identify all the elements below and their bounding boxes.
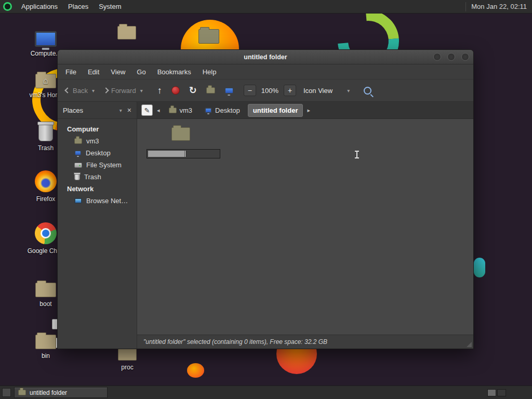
desktop-folder-icon[interactable] [198, 29, 219, 44]
sidebar-item-label: Trash [84, 173, 101, 181]
up-button[interactable]: ↑ [154, 83, 166, 98]
desktop-icon-label: proc [121, 364, 133, 371]
menu-bookmarks[interactable]: Bookmarks [152, 64, 197, 79]
firefox-icon [35, 170, 57, 192]
window-title: untitled folder [244, 54, 287, 61]
folder-icon [35, 335, 56, 349]
top-panel: Applications Places System Mon Jan 22, 0… [0, 0, 532, 14]
sidebar-item-network[interactable]: Network [58, 183, 137, 195]
forward-dropdown-icon[interactable]: ▾ [140, 88, 143, 94]
zoom-out-button[interactable]: − [244, 85, 256, 96]
workspace-switcher [487, 389, 506, 396]
breadcrumb-untitled-folder[interactable]: untitled folder [248, 104, 303, 117]
folder-icon [198, 29, 219, 44]
trash-icon [74, 174, 80, 180]
menu-go[interactable]: Go [131, 64, 151, 79]
sidebar-item-label: Computer [67, 125, 99, 133]
sidebar-item-trash[interactable]: Trash [58, 171, 137, 183]
mouse-ibeam-cursor [354, 150, 360, 159]
workspace-2[interactable] [497, 389, 506, 396]
bottom-taskbar: untitled folder [0, 385, 532, 399]
back-button[interactable]: Back ▾ [62, 84, 98, 97]
up-icon: ↑ [157, 86, 162, 95]
sidebar-item-browse-network[interactable]: Browse Net… [58, 195, 137, 207]
home-folder-icon [206, 87, 215, 94]
breadcrumb-scroll-right-icon[interactable]: ▸ [306, 107, 311, 114]
clock[interactable]: Mon Jan 22, 02:11 [471, 3, 532, 10]
menu-view[interactable]: View [105, 64, 131, 79]
search-icon [364, 87, 371, 95]
reload-button[interactable]: ↻ [185, 83, 201, 98]
show-desktop-button[interactable] [2, 388, 11, 397]
file-manager-window: untitled folder File Edit View Go Bookma… [57, 49, 474, 349]
desktop-folder-icon[interactable] [117, 26, 136, 39]
view-mode-select[interactable]: Icon View ▾ [298, 84, 355, 97]
toolbar: Back ▾ Forward ▾ ↑ ↻ − [58, 79, 473, 102]
chrome-icon [35, 222, 57, 244]
folder-icon [74, 138, 82, 144]
sidebar-item-label: File System [86, 161, 122, 169]
status-bar: "untitled folder" selected (containing 0… [137, 335, 473, 349]
rename-input[interactable] [147, 149, 220, 158]
sidebar-item-filesystem[interactable]: File System [58, 159, 137, 171]
breadcrumb-label: untitled folder [253, 107, 298, 114]
sidebar-item-computer[interactable]: Computer [58, 123, 137, 135]
back-dropdown-icon[interactable]: ▾ [92, 88, 95, 94]
places-tree: Computer vm3 Desktop File System [58, 119, 137, 207]
zoom-level: 100% [258, 87, 282, 95]
zoom-in-button[interactable]: + [284, 85, 296, 96]
system-menu[interactable]: System [94, 0, 126, 14]
menu-bar: File Edit View Go Bookmarks Help [58, 64, 473, 79]
breadcrumb-label: vm3 [180, 107, 193, 114]
stop-icon [171, 86, 180, 95]
forward-button[interactable]: Forward ▾ [100, 84, 147, 97]
rename-selection [148, 151, 184, 157]
view-mode-label: Icon View [303, 87, 332, 95]
panel-separator [466, 2, 466, 11]
desktop-icon-label: boot [39, 300, 51, 308]
menu-edit[interactable]: Edit [82, 64, 105, 79]
desktop-root: Compute... ⌂ vm3's Hor... Trash Firefox … [0, 0, 532, 399]
home-button[interactable] [203, 85, 219, 96]
computer-button[interactable] [221, 85, 237, 97]
sidebar-item-label: vm3 [86, 137, 99, 145]
desktop-icon-label: Trash [38, 144, 54, 152]
breadcrumb-scroll-left-icon[interactable]: ◂ [156, 107, 161, 114]
maximize-button[interactable] [447, 53, 455, 61]
menu-help[interactable]: Help [197, 64, 222, 79]
resize-grip[interactable] [467, 342, 472, 347]
folder-icon [117, 26, 136, 39]
applications-menu[interactable]: Applications [16, 0, 63, 14]
trash-icon [38, 124, 53, 141]
wallpaper-orange-ellipse [187, 363, 204, 378]
window-titlebar[interactable]: untitled folder [58, 50, 473, 64]
forward-label: Forward [111, 87, 136, 95]
desktop-icon [205, 108, 212, 113]
close-button[interactable] [461, 53, 469, 61]
menu-file[interactable]: File [60, 64, 82, 79]
toggle-location-entry-button[interactable]: ✎ [141, 104, 153, 116]
sidebar-item-label: Browse Net… [86, 197, 128, 205]
side-pane-close-icon[interactable]: × [125, 106, 134, 114]
folder-view[interactable] [137, 119, 473, 335]
taskbar-window-button[interactable]: untitled folder [14, 387, 108, 398]
sidebar-item-desktop[interactable]: Desktop [58, 147, 137, 159]
side-pane-selector-label: Places [63, 107, 83, 114]
search-button[interactable] [360, 84, 375, 97]
places-menu[interactable]: Places [63, 0, 94, 14]
folder-icon [35, 283, 56, 297]
breadcrumb-desktop[interactable]: Desktop [200, 104, 245, 116]
workspace-1[interactable] [487, 389, 496, 396]
stop-button[interactable] [168, 84, 183, 97]
home-folder-icon: ⌂ [35, 74, 56, 88]
folder-icon [169, 108, 177, 113]
distro-menu-icon[interactable] [3, 2, 12, 11]
sidebar-item-vm3[interactable]: vm3 [58, 135, 137, 147]
location-bar: ✎ ◂ vm3 Desktop untitled folder ▸ [137, 102, 473, 119]
minimize-button[interactable] [433, 53, 441, 61]
breadcrumb-vm3[interactable]: vm3 [164, 104, 197, 116]
computer-icon [224, 87, 234, 94]
side-pane-header: Places ▾ × [58, 102, 137, 119]
side-pane-selector[interactable]: Places ▾ [63, 107, 122, 114]
new-folder-icon[interactable] [171, 127, 190, 141]
